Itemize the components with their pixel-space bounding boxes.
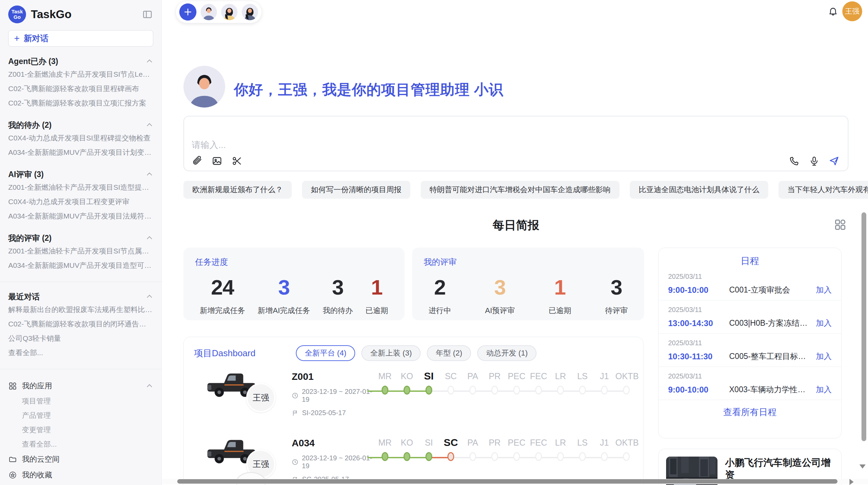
chevron-up-icon[interactable] <box>146 382 153 390</box>
app-link-item[interactable]: 项目管理 <box>8 394 153 408</box>
chevron-up-icon[interactable] <box>146 293 153 300</box>
milestone-step[interactable]: PEC <box>506 436 528 461</box>
section-header-3[interactable]: 我的评审 (2) <box>8 232 153 244</box>
milestone-step[interactable]: FEC <box>528 369 550 395</box>
suggestion-chip[interactable]: 特朗普可能对进口汽车增税会对中国车企造成哪些影响 <box>421 181 619 199</box>
dashboard-tab[interactable]: 全新平台 (4) <box>296 345 355 361</box>
milestone-step[interactable]: KO <box>396 369 418 395</box>
new-conversation-button[interactable]: + 新对话 <box>8 30 153 47</box>
sidebar-conversation-item[interactable]: Z001-全新燃油轻卡产品开发项目SI节点属性5D文件评审 <box>8 244 153 258</box>
sidebar-conversation-item[interactable]: C02-飞腾新能源轻客改款项目里程碑画布 <box>8 82 153 96</box>
sidebar-conversation-item[interactable]: C02-飞腾新能源轻客改款项目立项汇报方案 <box>8 96 153 110</box>
project-info: Z0012023-12-19 ~ 2027-01-19SI-2025-05-17 <box>292 371 377 417</box>
assistant-avatar[interactable] <box>242 4 258 20</box>
project-code: A034 <box>292 438 377 449</box>
add-assistant-button[interactable] <box>179 3 196 21</box>
milestone-label: LS <box>571 436 593 449</box>
dashboard-tab[interactable]: 动总开发 (1) <box>477 345 537 361</box>
join-meeting-link[interactable]: 加入 <box>816 384 832 395</box>
sidebar-conversation-item[interactable]: A034-全新新能源MUV产品开发项目计划变更表编写 <box>8 145 153 160</box>
milestone-step[interactable]: KO <box>396 436 418 461</box>
vertical-scrollbar-thumb[interactable] <box>861 212 866 441</box>
daily-briefing-header: 每日简报 <box>183 217 848 233</box>
horizontal-scrollbar-thumb[interactable] <box>177 479 837 484</box>
assistant-avatar[interactable] <box>221 4 238 20</box>
milestone-step[interactable]: PA <box>462 369 484 395</box>
milestone-step[interactable]: MR <box>374 369 396 395</box>
join-meeting-link[interactable]: 加入 <box>816 351 832 362</box>
image-icon[interactable] <box>212 156 222 166</box>
sidebar-conversation-item[interactable]: A034-全新新能源MUV产品开发项目法规符合性评审 <box>8 209 153 223</box>
milestone-step[interactable]: MR <box>374 436 396 461</box>
sidebar-conversation-item[interactable]: A034-全新新能源MUV产品开发项目造型可行性评审 <box>8 258 153 273</box>
sidebar-item-favorites[interactable]: 我的收藏 <box>8 467 153 483</box>
project-row[interactable]: 王强Z0012023-12-19 ~ 2027-01-19SI-2025-05-… <box>194 369 633 427</box>
milestone-step[interactable]: J1 <box>593 369 615 395</box>
milestone-step[interactable]: LS <box>571 436 593 461</box>
view-all-apps-link[interactable]: 查看全部... <box>8 437 153 451</box>
suggestion-chip[interactable]: 欧洲新规最近颁布了什么？ <box>183 181 292 199</box>
suggestion-chip[interactable]: 比亚迪全固态电池计划具体说了什么 <box>630 181 768 199</box>
user-avatar[interactable]: 王强 <box>842 1 862 21</box>
sidebar-conversation-item[interactable]: Z001-全新燃油皮卡产品开发项目SI节点Lesson Learn报告 <box>8 67 153 82</box>
suggestion-chip[interactable]: 如何写一份清晰的项目周报 <box>302 181 410 199</box>
scroll-right-arrow[interactable] <box>849 479 854 485</box>
section-header-0[interactable]: Agent已办 (3) <box>8 55 153 67</box>
microphone-icon[interactable] <box>809 156 820 166</box>
dashboard-tab[interactable]: 年型 (2) <box>427 345 471 361</box>
recent-conversation-item[interactable]: 解释最新出台的欧盟报废车法规再生塑料比例被调至15%... <box>8 302 153 317</box>
milestone-label: PR <box>484 369 506 383</box>
phone-icon[interactable] <box>789 156 800 166</box>
milestone-step[interactable]: SI <box>418 369 440 395</box>
milestone-step[interactable]: LR <box>550 369 571 395</box>
sidebar-collapse-icon[interactable] <box>142 9 153 20</box>
milestone-step[interactable]: J1 <box>593 436 615 461</box>
milestone-step[interactable]: OKTB <box>615 369 637 395</box>
milestone-step[interactable]: OKTB <box>615 436 637 461</box>
paperclip-icon[interactable] <box>192 156 203 166</box>
sidebar-section: Agent已办 (3)Z001-全新燃油皮卡产品开发项目SI节点Lesson L… <box>8 55 153 110</box>
section-header-1[interactable]: 我的待办 (2) <box>8 119 153 131</box>
sidebar-conversation-item[interactable]: C0X4-动力总成开发项目SI里程碑提交物检查 <box>8 131 153 145</box>
milestone-step[interactable]: LR <box>550 436 571 461</box>
milestone-step[interactable]: SC <box>440 436 462 461</box>
recent-section-header[interactable]: 最近对话 <box>8 291 153 302</box>
milestone-step[interactable]: PR <box>484 436 506 461</box>
my-apps-section: 我的应用项目管理产品管理变更管理查看全部... <box>8 378 153 451</box>
milestone-step[interactable]: PA <box>462 436 484 461</box>
app-link-item[interactable]: 变更管理 <box>8 423 153 437</box>
assistant-avatar[interactable] <box>201 4 217 20</box>
sidebar-conversation-item[interactable]: C0X4-动力总成开发项目工程变更评审 <box>8 195 153 209</box>
sidebar-conversation-item[interactable]: Z001-全新燃油轻卡产品开发项目SI造型提交物评审 <box>8 180 153 195</box>
view-all-schedule-link[interactable]: 查看所有日程 <box>659 406 841 418</box>
section-header-2[interactable]: AI评审 (3) <box>8 169 153 180</box>
message-composer[interactable]: 请输入... <box>183 116 848 171</box>
chevron-up-icon[interactable] <box>146 58 153 65</box>
milestone-label: J1 <box>593 436 615 449</box>
stat-item: 1已逾期 <box>548 275 571 316</box>
my-apps-header[interactable]: 我的应用 <box>8 378 153 394</box>
milestone-step[interactable]: SI <box>418 436 440 461</box>
recent-conversation-item[interactable]: 公司Q3轻卡销量 <box>8 331 153 346</box>
scissors-icon[interactable] <box>231 156 242 166</box>
chevron-up-icon[interactable] <box>146 171 153 178</box>
milestone-step[interactable]: FEC <box>528 436 550 461</box>
dashboard-tab[interactable]: 全新上装 (3) <box>361 345 421 361</box>
suggestion-chip[interactable]: 当下年轻人对汽车外观有怎样的喜好趋势 <box>779 181 868 199</box>
join-meeting-link[interactable]: 加入 <box>816 285 832 295</box>
join-meeting-link[interactable]: 加入 <box>816 318 832 328</box>
recent-conversation-item[interactable]: C02-飞腾新能源轻客改款项目的闭环通告反馈情况 <box>8 317 153 331</box>
sidebar-item-cloud-space[interactable]: 我的云空间 <box>8 451 153 467</box>
scroll-down-arrow[interactable] <box>859 464 866 469</box>
milestone-step[interactable]: SC <box>440 369 462 395</box>
chevron-up-icon[interactable] <box>146 234 153 242</box>
layout-grid-icon[interactable] <box>834 219 846 231</box>
notification-bell-icon[interactable] <box>828 6 839 17</box>
milestone-step[interactable]: LS <box>571 369 593 395</box>
milestone-step[interactable]: PEC <box>506 369 528 395</box>
send-icon[interactable] <box>829 156 840 166</box>
chevron-up-icon[interactable] <box>146 121 153 129</box>
app-link-item[interactable]: 产品管理 <box>8 408 153 423</box>
view-all-conversations-link[interactable]: 查看全部... <box>8 346 153 360</box>
milestone-step[interactable]: PR <box>484 369 506 395</box>
